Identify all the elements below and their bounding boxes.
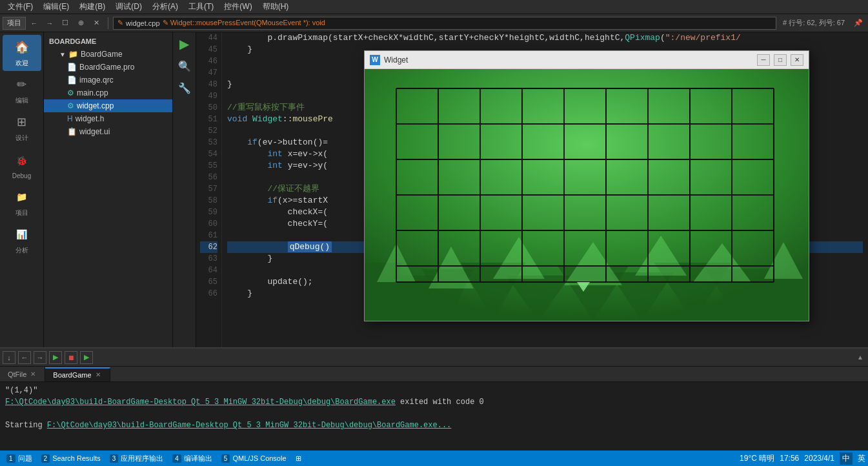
status-compile-num: 4 xyxy=(172,454,181,463)
run-btn[interactable]: ▶ xyxy=(176,35,194,53)
bottom-toolbar-btn-1[interactable]: ↓ xyxy=(3,351,15,364)
current-file-icon: ✎ xyxy=(117,19,123,27)
status-right-info: 19°C 晴明 17:56 2023/4/1 中 英 xyxy=(740,452,865,465)
status-search-btn[interactable]: 2 Search Results xyxy=(37,451,105,465)
menu-help[interactable]: 帮助(H) xyxy=(257,1,294,12)
tree-item-pro[interactable]: 📄 BoardGame.pro xyxy=(44,61,172,74)
toolbar-pin-btn[interactable]: 📌 xyxy=(851,17,865,30)
window-close-btn[interactable]: ✕ xyxy=(791,54,803,66)
tree-item-widget-cpp[interactable]: ⚙ widget.cpp xyxy=(44,99,172,112)
menu-bar: 文件(F) 编辑(E) 构建(B) 调试(D) 分析(A) 工具(T) 控件(W… xyxy=(0,0,868,14)
toolbar-new-btn[interactable]: ☐ xyxy=(58,17,72,30)
tree-header: BoardGame xyxy=(44,35,172,48)
status-search-num: 2 xyxy=(41,454,50,463)
output-link-2[interactable]: F:\QtCode\day03\build-BoardGame-Desktop_… xyxy=(47,421,452,430)
status-temperature: 19°C 晴明 xyxy=(740,453,774,464)
status-language[interactable]: 英 xyxy=(858,453,865,464)
tools-btn[interactable]: 🔧 xyxy=(176,79,194,97)
qrc-file-icon: 📄 xyxy=(67,76,77,85)
widget-body xyxy=(365,69,809,321)
bottom-toolbar-btn-run2[interactable]: ▶ xyxy=(80,351,93,364)
output-link-1[interactable]: F:\QtCode\day03\build-BoardGame-Desktop_… xyxy=(5,398,396,407)
toolbar-back-btn[interactable]: ← xyxy=(27,17,41,30)
sidebar-item-design[interactable]: ⊞ 设计 xyxy=(3,110,41,146)
toolbar-right: # 行号: 62, 列号: 67 📌 xyxy=(779,17,865,30)
bottom-toolbar-btn-stop[interactable]: ⏹ xyxy=(65,351,77,364)
status-ime[interactable]: 中 xyxy=(840,452,853,465)
tab-boardgame[interactable]: BoardGame ✕ xyxy=(45,367,110,381)
output-line-4: Starting F:\QtCode\day03\build-BoardGame… xyxy=(5,420,863,431)
folder-expand-icon: ▼ xyxy=(59,51,66,58)
panel-collapse-btn[interactable]: ▲ xyxy=(855,352,865,363)
tab-boardgame-label: BoardGame xyxy=(53,371,91,379)
status-time: 17:56 xyxy=(780,454,799,463)
sidebar-item-edit[interactable]: ✏ 编辑 xyxy=(3,72,41,108)
tab-qtfile-close[interactable]: ✕ xyxy=(29,370,37,378)
toolbar-location: ✎ widget.cpp ✎ Widget::mousePressEvent(Q… xyxy=(113,17,776,30)
projects-icon: 📁 xyxy=(13,188,31,206)
window-restore-btn[interactable]: □ xyxy=(774,54,787,66)
toolbar-close-btn[interactable]: ✕ xyxy=(89,17,103,30)
folder-icon: 📁 xyxy=(68,50,78,59)
status-bar: 1 问题 2 Search Results 3 应用程序输出 4 编译输出 5 … xyxy=(0,451,868,466)
tree-item-qrc[interactable]: 📄 image.qrc xyxy=(44,74,172,86)
sidebar-item-projects[interactable]: 📁 项目 xyxy=(3,185,41,221)
search-btn[interactable]: 🔍 xyxy=(176,57,194,75)
toolbar-add-btn[interactable]: ⊕ xyxy=(74,17,88,30)
tab-boardgame-close[interactable]: ✕ xyxy=(94,371,102,379)
output-content: "(1,4)" F:\QtCode\day03\build-BoardGame-… xyxy=(0,382,868,451)
tree-item-main[interactable]: ⚙ main.cpp xyxy=(44,86,172,99)
tree-item-boardgame-folder[interactable]: ▼ 📁 BoardGame xyxy=(44,48,172,61)
tree-file-widget-cpp: widget.cpp xyxy=(77,101,114,110)
output-exited-text: exited with code 0 xyxy=(400,398,484,407)
game-board-svg xyxy=(365,69,809,321)
edit-icon: ✏ xyxy=(13,76,31,94)
status-appout-label: 应用程序输出 xyxy=(121,454,163,463)
output-line-2: F:\QtCode\day03\build-BoardGame-Desktop_… xyxy=(5,396,863,408)
sidebar-item-analyze[interactable]: 📊 分析 xyxy=(3,222,41,258)
menu-tools[interactable]: 工具(T) xyxy=(183,1,219,12)
welcome-icon: 🏠 xyxy=(13,38,31,56)
status-filter-btn[interactable]: ⊞ xyxy=(292,451,305,465)
menu-edit[interactable]: 编辑(E) xyxy=(38,1,74,12)
tree-item-widget-h[interactable]: H widget.h xyxy=(44,112,172,125)
debug-icon: 🐞 xyxy=(13,152,31,170)
menu-file[interactable]: 文件(F) xyxy=(3,1,38,12)
status-qml-btn[interactable]: 5 QML/JS Console xyxy=(217,451,290,465)
tree-file-pro: BoardGame.pro xyxy=(79,63,134,72)
toolbar-location-text: ✎ Widget::mousePressEvent(QMouseEvent *)… xyxy=(163,19,325,27)
sidebar-label-welcome: 欢迎 xyxy=(15,59,28,68)
menu-controls[interactable]: 控件(W) xyxy=(219,1,257,12)
output-starting-text: Starting xyxy=(5,421,47,430)
bottom-toolbar-btn-3[interactable]: → xyxy=(34,351,46,364)
status-issues-label: 问题 xyxy=(18,454,32,463)
tree-root-label: BoardGame xyxy=(49,37,96,45)
h-file-icon: H xyxy=(67,114,73,123)
status-compile-label: 编译输出 xyxy=(184,454,212,463)
widget-app-icon: W xyxy=(370,55,380,65)
sidebar-item-welcome[interactable]: 🏠 欢迎 xyxy=(3,35,41,71)
tab-qtfile[interactable]: QtFile ✕ xyxy=(0,367,45,381)
window-minimize-btn[interactable]: ─ xyxy=(757,54,770,66)
bottom-toolbar: ↓ ← → ▶ ⏹ ▶ ▲ xyxy=(0,349,868,367)
status-search-label: Search Results xyxy=(52,454,101,462)
sidebar-item-debug[interactable]: 🐞 Debug xyxy=(3,147,41,183)
menu-analyze[interactable]: 分析(A) xyxy=(147,1,183,12)
menu-build[interactable]: 构建(B) xyxy=(74,1,110,12)
bottom-toolbar-btn-run[interactable]: ▶ xyxy=(49,351,62,364)
filter-icon: ⊞ xyxy=(296,454,301,463)
bottom-toolbar-btn-2[interactable]: ← xyxy=(18,351,31,364)
tree-folder-name: BoardGame xyxy=(81,50,123,59)
status-issues-btn[interactable]: 1 问题 xyxy=(3,451,36,465)
menu-debug[interactable]: 调试(D) xyxy=(110,1,147,12)
output-line-3 xyxy=(5,408,863,420)
toolbar-sep-1 xyxy=(108,17,108,29)
toolbar-forward-btn[interactable]: → xyxy=(43,17,57,30)
ui-file-icon: 📋 xyxy=(67,127,77,136)
tree-item-widget-ui[interactable]: 📋 widget.ui xyxy=(44,125,172,138)
status-appout-btn[interactable]: 3 应用程序输出 xyxy=(106,451,168,465)
status-compile-btn[interactable]: 4 编译输出 xyxy=(168,451,216,465)
widget-titlebar: W Widget ─ □ ✕ xyxy=(365,51,809,69)
game-board-container xyxy=(365,69,809,321)
toolbar-project-label: 项目 xyxy=(3,17,26,30)
